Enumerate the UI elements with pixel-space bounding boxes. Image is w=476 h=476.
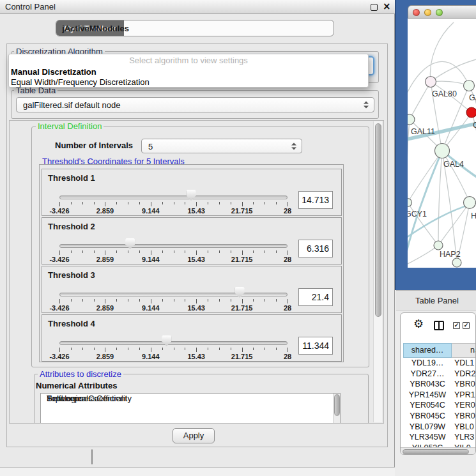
table-row[interactable]: YDL19…YDL1 xyxy=(401,358,476,369)
slider-scale-label: 21.715 xyxy=(231,256,253,263)
slider-tick xyxy=(128,250,128,253)
dropdown-prompt-item[interactable]: Select algorithm to view settings xyxy=(9,56,368,65)
cell-shared-name[interactable]: YBR045C xyxy=(403,411,452,422)
threshold-3-value-field[interactable]: 21.4 xyxy=(298,288,333,306)
cell-shared-name[interactable]: YBR043C xyxy=(403,379,452,390)
slider-scale-label: 15.43 xyxy=(187,256,205,263)
cell-shared-name[interactable]: YBL079W xyxy=(403,422,452,433)
slider-tick xyxy=(174,202,174,204)
mac-close-icon[interactable] xyxy=(413,9,420,16)
tab-jactivemnodules[interactable]: jActiveMNodules xyxy=(56,20,135,36)
table-row[interactable]: YBL079WYBL0 xyxy=(401,422,476,433)
slider-tick xyxy=(242,348,243,352)
threshold-2-value-field[interactable]: 6.316 xyxy=(298,240,333,257)
slider-tick xyxy=(59,202,60,206)
slider-tick xyxy=(71,348,72,350)
cell-name[interactable]: YPR1 xyxy=(454,390,476,401)
threshold-2-panel: Threshold 2 -3.4262.8599.14415.4321.7152… xyxy=(42,217,342,265)
table-row[interactable]: YBR045CYBR0 xyxy=(401,411,476,422)
slider-tick xyxy=(185,202,185,204)
numerical-attributes-list[interactable]: SelfLoopsTopologicalCoefficientBetweenne… xyxy=(40,393,341,424)
scrollbar-thumb[interactable] xyxy=(375,123,381,317)
threshold-2-slider-track[interactable] xyxy=(59,244,288,248)
checkbox-checked-icon[interactable]: ✓ xyxy=(463,322,470,329)
cell-name[interactable]: YER0 xyxy=(454,400,476,411)
slider-tick xyxy=(59,348,60,352)
slider-tick xyxy=(231,299,231,302)
threshold-4-slider-track[interactable] xyxy=(59,341,288,345)
cell-name[interactable]: YBR0 xyxy=(454,411,476,422)
slider-tick xyxy=(242,202,243,206)
slider-tick xyxy=(59,250,60,255)
threshold-1-value-field[interactable]: 14.713 xyxy=(298,191,333,209)
slider-tick xyxy=(116,299,117,302)
table-row[interactable]: YPR145WYPR1 xyxy=(401,390,476,401)
slider-tick xyxy=(59,299,60,303)
cell-name[interactable]: YDL1 xyxy=(454,358,476,369)
table-row[interactable]: YDR27…YDR2 xyxy=(401,369,476,380)
cell-shared-name[interactable]: YDL19… xyxy=(403,358,452,369)
slider-scale-labels: -3.4262.8599.14415.4321.71528 xyxy=(59,304,288,312)
cell-name[interactable]: YBL0 xyxy=(454,422,476,433)
slider-tick xyxy=(151,202,151,206)
threshold-2-label: Threshold 2 xyxy=(48,222,95,231)
close-window-icon[interactable]: × xyxy=(383,1,391,12)
cell-shared-name[interactable]: YDR27… xyxy=(403,369,452,380)
attributes-list-scrollbar[interactable] xyxy=(333,394,341,423)
threshold-1-slider-track[interactable] xyxy=(59,196,288,199)
float-window-icon[interactable] xyxy=(371,4,378,11)
slider-tick xyxy=(185,299,185,302)
cell-shared-name[interactable]: YER054C xyxy=(403,400,452,411)
split-columns-icon[interactable] xyxy=(434,321,444,330)
table-row[interactable]: YBR043CYBR0 xyxy=(401,379,476,390)
slider-scale-label: 2.859 xyxy=(96,304,114,312)
column-header-name[interactable]: na xyxy=(452,343,476,358)
cell-name[interactable]: YLR3 xyxy=(454,432,476,443)
slider-tick xyxy=(174,299,174,302)
tab-discretize-data[interactable]: Discretize Data xyxy=(92,450,93,464)
cell-shared-name[interactable]: YLR345W xyxy=(403,432,452,443)
gear-icon[interactable]: ⚙ xyxy=(413,317,424,330)
slider-tick xyxy=(71,202,72,204)
slider-scale-labels: -3.4262.8599.14415.4321.71528 xyxy=(59,353,288,360)
slider-scale-label: -3.426 xyxy=(49,353,69,360)
dropdown-option-manual-discretization[interactable]: Manual Discretization xyxy=(11,67,96,77)
cell-name[interactable]: YBR0 xyxy=(454,379,476,390)
scrollbar-thumb[interactable] xyxy=(403,449,469,454)
slider-tick xyxy=(139,348,140,350)
slider-tick xyxy=(288,250,288,255)
threshold-3-slider-track[interactable] xyxy=(59,293,288,296)
slider-tick xyxy=(208,250,208,253)
tab-impute-data[interactable]: Impute Data xyxy=(92,450,93,464)
cell-shared-name[interactable]: YPR145W xyxy=(403,390,452,401)
settings-scrollpane: Interval Definition Number of Intervals … xyxy=(9,120,384,424)
apply-button[interactable]: Apply xyxy=(173,428,215,443)
node-label-gal11: GAL11 xyxy=(411,127,435,136)
slider-tick xyxy=(105,348,105,352)
slider-tick xyxy=(253,250,254,253)
slider-tick xyxy=(265,299,265,302)
slider-tick xyxy=(116,202,117,204)
slider-tick xyxy=(185,250,185,253)
attribute-list-item[interactable]: BetweennessCentrality xyxy=(41,394,132,404)
table-horizontal-scrollbar[interactable] xyxy=(401,447,476,455)
number-of-intervals-combobox[interactable]: 5 xyxy=(141,139,302,153)
slider-tick xyxy=(196,348,197,352)
network-canvas[interactable]: GAL80GACGAL11GAL4GCY1HHAP2 xyxy=(408,19,476,268)
table-data-combobox[interactable]: galFiltered.sif default node xyxy=(16,97,374,112)
slider-tick xyxy=(105,202,105,206)
column-header-shared-name[interactable]: shared… xyxy=(403,343,452,358)
table-row[interactable]: YLR345WYLR3 xyxy=(401,432,476,443)
cell-name[interactable]: YDR2 xyxy=(454,369,476,380)
network-view-window: GAL80GACGAL11GAL4GCY1HHAP2 xyxy=(408,5,476,268)
dropdown-option-equal-width-frequency[interactable]: Equal Width/Frequency Discretization xyxy=(11,77,150,87)
threshold-1-label: Threshold 1 xyxy=(48,173,95,183)
mac-minimize-icon[interactable] xyxy=(424,9,431,16)
scrollbar-thumb[interactable] xyxy=(334,394,340,416)
threshold-4-value-field[interactable]: 11.344 xyxy=(298,337,333,355)
table-row[interactable]: YER054CYER0 xyxy=(401,400,476,411)
checkbox-checked-icon[interactable]: ✓ xyxy=(453,322,460,329)
settings-vertical-scrollbar[interactable] xyxy=(373,121,382,422)
mac-zoom-icon[interactable] xyxy=(436,9,443,16)
tab-infer-network[interactable]: Infer Network xyxy=(92,450,93,464)
